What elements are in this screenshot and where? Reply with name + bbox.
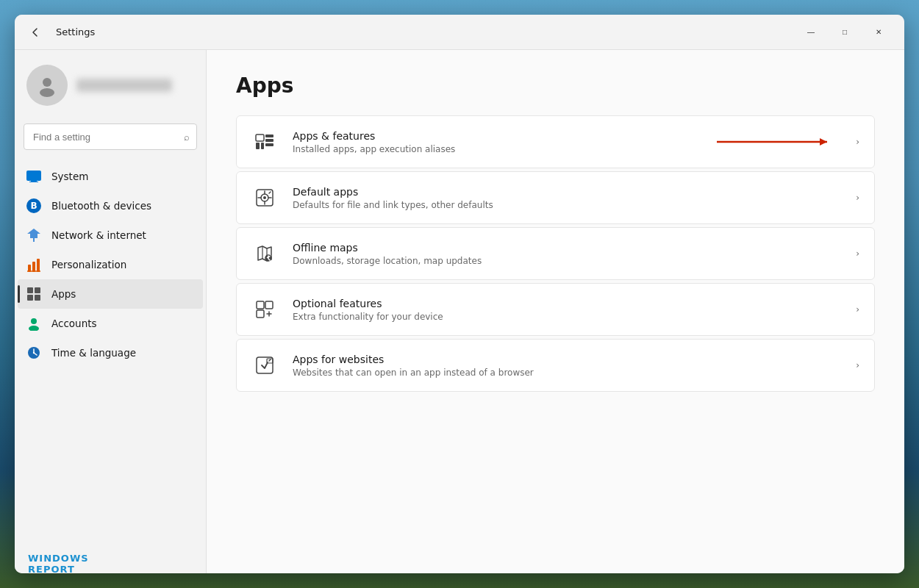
- svg-rect-23: [265, 135, 273, 137]
- optional-features-icon: [251, 296, 278, 323]
- svg-rect-35: [257, 301, 264, 309]
- sidebar-item-personalization-label: Personalization: [51, 259, 126, 270]
- svg-point-19: [33, 352, 35, 354]
- apps-websites-desc: Websites that can open in an app instead…: [293, 368, 841, 378]
- offline-maps-title: Offline maps: [293, 242, 841, 254]
- optional-features-desc: Extra functionality for your device: [293, 312, 841, 322]
- window-title: Settings: [56, 26, 95, 37]
- window-controls: — □ ✕: [794, 21, 895, 44]
- sidebar-item-time-label: Time & language: [51, 347, 136, 359]
- title-bar-left: Settings: [24, 21, 794, 44]
- svg-rect-37: [257, 310, 264, 318]
- default-apps-chevron: ›: [856, 193, 859, 203]
- svg-rect-24: [265, 139, 273, 142]
- sidebar-item-bluetooth-label: Bluetooth & devices: [51, 200, 151, 212]
- apps-websites-text: Apps for websites Websites that can open…: [293, 354, 841, 378]
- svg-rect-13: [35, 295, 40, 301]
- network-icon: [26, 228, 41, 243]
- accounts-icon: [26, 316, 41, 331]
- system-icon: [26, 169, 41, 184]
- watermark: windows report: [28, 553, 89, 575]
- default-apps-text: Default apps Defaults for file and link …: [293, 186, 841, 210]
- nav-list: System B Bluetooth & devices: [15, 162, 206, 368]
- svg-marker-5: [27, 229, 40, 242]
- page-title: Apps: [236, 74, 875, 98]
- optional-features-chevron: ›: [856, 304, 859, 315]
- settings-item-apps-websites[interactable]: Apps for websites Websites that can open…: [236, 339, 875, 392]
- offline-maps-text: Offline maps Downloads, storage location…: [293, 242, 841, 266]
- sidebar: ⌕ System: [15, 50, 206, 573]
- svg-point-30: [263, 196, 266, 199]
- svg-point-14: [31, 318, 37, 324]
- time-icon: [26, 345, 41, 360]
- svg-rect-4: [29, 182, 38, 182]
- maximize-button[interactable]: □: [828, 21, 862, 44]
- settings-item-default-apps[interactable]: Default apps Defaults for file and link …: [236, 171, 875, 224]
- search-box: ⌕: [24, 123, 197, 150]
- offline-maps-chevron: ›: [856, 248, 859, 259]
- svg-rect-36: [265, 301, 273, 309]
- search-input[interactable]: [24, 123, 197, 150]
- svg-rect-22: [261, 143, 264, 149]
- apps-features-chevron: ›: [856, 137, 859, 147]
- apps-features-wrapper: Apps & features Installed apps, app exec…: [236, 115, 875, 168]
- avatar: [26, 65, 68, 106]
- sidebar-item-personalization[interactable]: Personalization: [18, 250, 203, 279]
- svg-rect-12: [27, 295, 33, 301]
- close-button[interactable]: ✕: [862, 21, 895, 44]
- settings-item-offline-maps[interactable]: Offline maps Downloads, storage location…: [236, 227, 875, 280]
- personalization-icon: [26, 257, 41, 272]
- apps-websites-icon: [251, 352, 278, 379]
- default-apps-icon: [251, 184, 278, 211]
- apps-features-title: Apps & features: [293, 130, 841, 142]
- watermark-line1: windows: [28, 553, 89, 564]
- sidebar-item-system-label: System: [51, 171, 88, 182]
- user-profile: [15, 50, 206, 118]
- apps-features-desc: Installed apps, app execution aliases: [293, 144, 841, 154]
- svg-rect-10: [27, 287, 33, 293]
- apps-features-icon: [251, 129, 278, 155]
- settings-list: Apps & features Installed apps, app exec…: [236, 115, 875, 392]
- svg-rect-11: [35, 287, 40, 293]
- optional-features-text: Optional features Extra functionality fo…: [293, 298, 841, 322]
- sidebar-item-apps[interactable]: Apps: [18, 279, 203, 309]
- default-apps-desc: Defaults for file and link types, other …: [293, 200, 841, 210]
- title-bar: Settings — □ ✕: [15, 15, 904, 50]
- sidebar-scroll-area: System B Bluetooth & devices: [15, 162, 206, 573]
- sidebar-item-apps-label: Apps: [51, 288, 76, 300]
- settings-item-apps-features[interactable]: Apps & features Installed apps, app exec…: [236, 115, 875, 168]
- svg-rect-21: [256, 143, 260, 149]
- apps-icon: [26, 287, 41, 301]
- svg-rect-7: [32, 262, 35, 272]
- svg-rect-20: [256, 135, 264, 141]
- svg-rect-2: [26, 171, 41, 181]
- apps-websites-title: Apps for websites: [293, 354, 841, 365]
- sidebar-item-bluetooth[interactable]: B Bluetooth & devices: [18, 191, 203, 220]
- settings-window: Settings — □ ✕ ⌕: [15, 15, 904, 573]
- default-apps-title: Default apps: [293, 186, 841, 198]
- svg-rect-8: [37, 259, 40, 272]
- sidebar-item-network-label: Network & internet: [51, 229, 146, 241]
- offline-maps-desc: Downloads, storage location, map updates: [293, 256, 841, 266]
- right-panel: Apps: [206, 50, 904, 573]
- svg-point-0: [43, 78, 51, 87]
- sidebar-item-accounts[interactable]: Accounts: [18, 309, 203, 338]
- settings-item-optional-features[interactable]: Optional features Extra functionality fo…: [236, 283, 875, 336]
- apps-features-text: Apps & features Installed apps, app exec…: [293, 130, 841, 154]
- optional-features-title: Optional features: [293, 298, 841, 309]
- back-button[interactable]: [24, 21, 47, 44]
- sidebar-item-accounts-label: Accounts: [51, 318, 97, 329]
- apps-websites-chevron: ›: [856, 360, 859, 370]
- bluetooth-icon: B: [26, 198, 41, 213]
- svg-point-1: [40, 88, 54, 97]
- svg-rect-25: [265, 143, 273, 146]
- offline-maps-icon: [251, 240, 278, 267]
- main-content: ⌕ System: [15, 50, 904, 573]
- user-name: [76, 79, 172, 92]
- sidebar-item-system[interactable]: System: [18, 162, 203, 191]
- sidebar-item-time[interactable]: Time & language: [18, 338, 203, 368]
- watermark-line2: report: [28, 564, 89, 575]
- sidebar-item-network[interactable]: Network & internet: [18, 220, 203, 250]
- minimize-button[interactable]: —: [794, 21, 828, 44]
- svg-point-15: [29, 326, 39, 331]
